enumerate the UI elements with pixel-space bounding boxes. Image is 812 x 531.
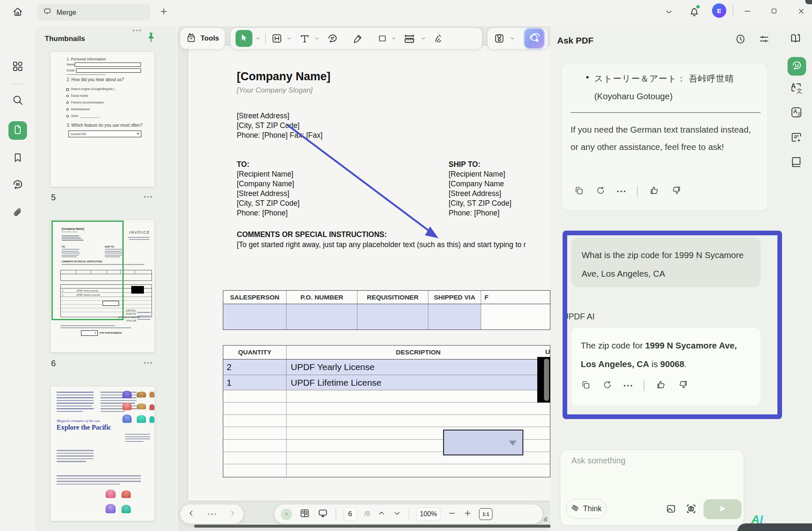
prev-page-button[interactable] bbox=[187, 509, 195, 519]
panel-drag-handle[interactable] bbox=[133, 30, 141, 31]
actual-size-button[interactable]: 1:1 bbox=[479, 508, 493, 520]
account-avatar[interactable]: E bbox=[712, 3, 726, 18]
next-page-button[interactable] bbox=[228, 509, 237, 519]
reader-book-button[interactable] bbox=[790, 155, 803, 170]
ai-assistant-button[interactable] bbox=[525, 29, 544, 48]
save-button[interactable] bbox=[493, 33, 505, 46]
text-tool[interactable] bbox=[299, 33, 311, 46]
regenerate-icon[interactable] bbox=[602, 380, 612, 392]
select-tool-active[interactable] bbox=[235, 30, 252, 47]
form-dropdown-field[interactable] bbox=[443, 430, 523, 455]
page-5-menu[interactable] bbox=[144, 196, 152, 198]
document-tab[interactable]: Merge bbox=[37, 4, 150, 21]
form-radio-2[interactable] bbox=[66, 101, 69, 104]
settings-button[interactable] bbox=[757, 33, 771, 46]
send-button[interactable] bbox=[704, 499, 742, 519]
pin-button[interactable] bbox=[146, 31, 158, 46]
rail-attachments-button[interactable] bbox=[10, 206, 25, 221]
ai-chat-button-active[interactable] bbox=[788, 57, 806, 76]
listbox-scrollbar[interactable] bbox=[544, 359, 549, 401]
thumbs-down-icon[interactable] bbox=[671, 185, 682, 197]
rail-bookmark-button[interactable] bbox=[10, 151, 25, 166]
t2-row2-qty[interactable]: 1 bbox=[223, 375, 287, 390]
thumbnail-page-6[interactable]: [Company Name] INVOICE TO: SHIP TO: COMM… bbox=[51, 220, 154, 352]
minimize-button[interactable] bbox=[741, 5, 754, 19]
t2-empty-row[interactable] bbox=[223, 403, 550, 415]
thumbs-down-icon[interactable] bbox=[678, 379, 688, 392]
form-checkbox[interactable] bbox=[66, 88, 69, 91]
t1-field-salesperson[interactable] bbox=[223, 304, 287, 329]
zoom-out-button[interactable] bbox=[448, 509, 456, 519]
page-number-box[interactable]: 6 bbox=[344, 507, 357, 521]
new-tab-button[interactable] bbox=[157, 5, 171, 19]
more-actions-icon[interactable] bbox=[617, 191, 625, 192]
copy-icon[interactable] bbox=[574, 185, 584, 197]
presentation-mode-icon[interactable] bbox=[317, 508, 328, 520]
redacted-listbox[interactable] bbox=[537, 357, 550, 403]
pdf-page[interactable]: [Company Name] [Your Company Slogan] [St… bbox=[188, 46, 550, 501]
shape-tool-chevron[interactable] bbox=[391, 35, 397, 43]
thumbs-up-icon[interactable] bbox=[656, 379, 666, 392]
copy-icon[interactable] bbox=[581, 380, 591, 392]
comment-tool[interactable] bbox=[327, 33, 338, 46]
form-radio-1[interactable] bbox=[66, 95, 69, 97]
form-email-input[interactable] bbox=[76, 68, 141, 73]
more-actions-icon[interactable] bbox=[624, 385, 632, 387]
nav-more-button[interactable] bbox=[208, 513, 216, 515]
t2-row1-desc[interactable]: UPDF Yearly License bbox=[287, 359, 550, 375]
highlighter-tool[interactable] bbox=[352, 33, 364, 46]
shape-tool[interactable] bbox=[377, 33, 387, 45]
insert-image-button[interactable] bbox=[666, 503, 677, 516]
rail-comments-button[interactable] bbox=[10, 178, 25, 193]
thumbnail-page-7[interactable]: Magical creatures of the sea. Explore th… bbox=[51, 387, 154, 521]
summarize-button[interactable] bbox=[790, 131, 803, 146]
window-menu-chevron[interactable] bbox=[663, 6, 675, 19]
save-chevron[interactable] bbox=[509, 35, 515, 43]
reading-mode-icon[interactable] bbox=[299, 508, 310, 520]
horizontal-scrollbar[interactable] bbox=[194, 525, 550, 528]
t1-field-requisitioner[interactable] bbox=[357, 304, 428, 329]
notifications-button[interactable] bbox=[688, 5, 702, 20]
form-radio-3[interactable] bbox=[66, 108, 69, 111]
think-toggle-button[interactable]: Think bbox=[566, 499, 606, 519]
signature-tool[interactable] bbox=[432, 33, 444, 46]
t2-empty-row[interactable] bbox=[223, 464, 550, 477]
viewport-indicator[interactable] bbox=[51, 221, 124, 320]
t1-field-fob[interactable] bbox=[481, 304, 550, 329]
thumbs-up-icon[interactable] bbox=[649, 185, 660, 197]
close-button[interactable] bbox=[794, 5, 808, 19]
text-tool-chevron[interactable] bbox=[314, 35, 320, 43]
ai-reader-sparkle-button[interactable] bbox=[789, 32, 802, 46]
maximize-button[interactable] bbox=[767, 5, 781, 19]
tools-button-card[interactable]: Tools bbox=[180, 28, 225, 49]
screenshot-button[interactable] bbox=[685, 503, 697, 516]
history-button[interactable] bbox=[734, 33, 747, 46]
translate-button[interactable]: A文 bbox=[789, 81, 804, 97]
rail-thumbnails-button-active[interactable] bbox=[8, 121, 27, 140]
measure-tool[interactable] bbox=[403, 32, 416, 47]
zoom-value-box[interactable]: 100% bbox=[416, 507, 441, 521]
t1-field-shipped-via[interactable] bbox=[428, 304, 481, 329]
t2-row1-qty[interactable]: 2 bbox=[223, 359, 287, 375]
home-button[interactable] bbox=[9, 4, 26, 21]
page-up-button[interactable] bbox=[377, 509, 386, 519]
form-radio-4[interactable] bbox=[66, 115, 69, 117]
form-name-input[interactable] bbox=[75, 63, 141, 67]
translate-page-button[interactable]: A文 bbox=[790, 106, 803, 121]
page-6-menu[interactable] bbox=[144, 362, 152, 364]
heading-tool[interactable] bbox=[271, 33, 283, 46]
rail-grid-button[interactable] bbox=[10, 60, 25, 75]
zoom-in-button[interactable] bbox=[463, 509, 472, 519]
regenerate-icon[interactable] bbox=[595, 185, 606, 197]
expand-panel-button[interactable] bbox=[281, 509, 292, 520]
t2-empty-row[interactable] bbox=[223, 390, 550, 403]
form-select[interactable]: Convert PDF bbox=[68, 131, 141, 137]
measure-tool-chevron[interactable] bbox=[420, 35, 426, 43]
mini-dropdown-2[interactable] bbox=[81, 330, 98, 336]
thumbnail-page-5[interactable]: 1. Personal Information Name: Email: 2. … bbox=[51, 52, 154, 187]
page-down-button[interactable] bbox=[393, 509, 401, 519]
t1-field-po[interactable] bbox=[287, 304, 357, 329]
select-tool-chevron[interactable] bbox=[255, 35, 261, 43]
t2-empty-row[interactable] bbox=[223, 415, 550, 427]
chat-input-card[interactable]: Ask something Think bbox=[560, 449, 744, 526]
